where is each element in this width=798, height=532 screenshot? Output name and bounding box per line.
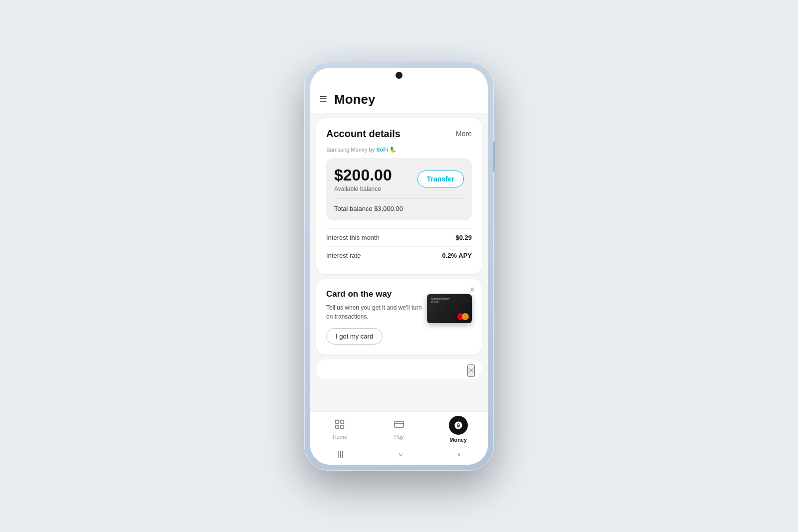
svg-rect-2 <box>336 425 339 428</box>
more-link[interactable]: More <box>456 130 472 138</box>
svg-rect-0 <box>336 420 339 423</box>
transfer-button[interactable]: Transfer <box>417 171 464 187</box>
status-bar <box>310 68 488 88</box>
money-icon-circle <box>449 416 468 435</box>
app-header: ☰ Money <box>310 88 488 113</box>
scroll-content: Account details More Samsung Money by So… <box>310 113 488 411</box>
card-notification-card: × Card on the way Tell us when you get i… <box>316 279 482 355</box>
phone-screen: ☰ Money Account details More Samsung Mon… <box>310 68 488 465</box>
home-icon <box>334 419 345 432</box>
notification-title: Card on the way <box>326 289 422 299</box>
notification-content: Card on the way Tell us when you get it … <box>326 289 472 345</box>
pay-nav-label: Pay <box>395 434 404 440</box>
card-title: Account details <box>326 128 400 140</box>
card-brand-text: Samsung Moneyby SoFi <box>431 297 468 304</box>
pay-icon <box>394 419 404 432</box>
samsung-card-image: Samsung Moneyby SoFi <box>427 294 472 324</box>
balance-box: $200.00 Available balance Transfer Total… <box>326 158 472 220</box>
nav-item-home[interactable]: Home <box>310 419 370 440</box>
notification-text-area: Card on the way Tell us when you get it … <box>326 289 427 345</box>
interest-this-month-row: Interest this month $0.29 <box>326 228 472 246</box>
total-balance: Total balance $3,000.00 <box>334 205 464 212</box>
account-details-card: Account details More Samsung Money by So… <box>316 118 482 274</box>
home-button[interactable]: ○ <box>399 450 402 458</box>
balance-row: $200.00 Available balance Transfer <box>334 166 464 192</box>
notification-description: Tell us when you get it and we'll turn o… <box>326 303 422 321</box>
bottom-nav: Home Pay Money <box>310 411 488 445</box>
samsung-card-visual: Samsung Moneyby SoFi <box>427 294 472 323</box>
sofi-label: Samsung Money by SoFi 🦜 <box>326 147 472 153</box>
mc-circle-orange <box>462 313 469 320</box>
mastercard-logo <box>457 313 469 320</box>
balance-info: $200.00 Available balance <box>334 166 392 192</box>
phone-frame: ☰ Money Account details More Samsung Mon… <box>304 62 494 471</box>
money-nav-label: Money <box>449 437 467 443</box>
interest-month-value: $0.29 <box>455 234 472 241</box>
available-balance-amount: $200.00 <box>334 166 392 184</box>
volume-button <box>493 142 495 172</box>
divider <box>334 198 464 199</box>
svg-rect-1 <box>341 420 344 423</box>
available-balance-label: Available balance <box>334 185 392 192</box>
interest-rate-value: 0.2% APY <box>442 252 472 259</box>
recents-button[interactable]: ||| <box>338 450 343 458</box>
svg-rect-3 <box>341 425 344 428</box>
got-card-button[interactable]: I got my card <box>326 328 383 345</box>
interest-month-label: Interest this month <box>326 234 380 241</box>
home-nav-label: Home <box>333 434 347 440</box>
interest-rate-label: Interest rate <box>326 252 361 259</box>
interest-rate-row: Interest rate 0.2% APY <box>326 246 472 264</box>
android-nav: ||| ○ ‹ <box>310 445 488 465</box>
svg-rect-4 <box>395 421 403 427</box>
partial-notification-card: × <box>316 359 482 379</box>
money-icon <box>454 421 463 430</box>
back-button[interactable]: ‹ <box>458 450 460 458</box>
card-header: Account details More <box>326 128 472 140</box>
app-title: Money <box>334 92 375 107</box>
close-partial-button[interactable]: × <box>467 364 475 377</box>
hamburger-icon[interactable]: ☰ <box>319 94 327 105</box>
nav-item-pay[interactable]: Pay <box>370 419 429 440</box>
close-notification-button[interactable]: × <box>469 285 475 294</box>
nav-item-money[interactable]: Money <box>428 416 488 443</box>
sofi-brand: SoFi 🦜 <box>376 147 397 153</box>
camera-notch <box>396 72 402 79</box>
